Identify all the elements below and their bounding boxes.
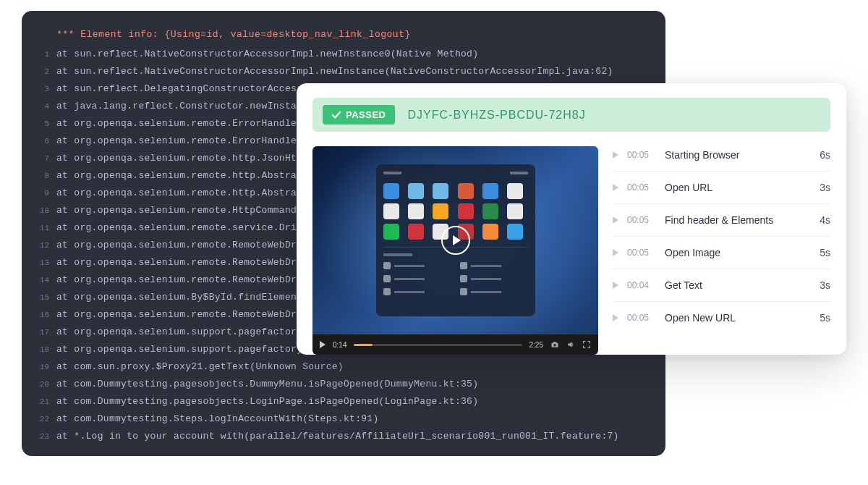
app-tile-icon: [458, 183, 474, 199]
play-control-icon[interactable]: [320, 341, 326, 348]
line-number: 21: [36, 393, 56, 410]
test-step-row[interactable]: 00:05 Open Image 5s: [613, 247, 830, 269]
stacktrace-line: 2at sun.reflect.NativeConstructorAccesso…: [36, 63, 651, 80]
line-number: 2: [36, 63, 56, 80]
step-timestamp: 00:05: [627, 182, 656, 193]
app-tile-icon: [383, 183, 399, 199]
line-number: 23: [36, 428, 56, 445]
line-number: 6: [36, 132, 56, 150]
line-number: 4: [36, 98, 56, 115]
line-number: 3: [36, 80, 56, 98]
app-tile-icon: [507, 203, 523, 219]
app-tile-icon: [458, 203, 474, 219]
test-steps-list: 00:05 Starting Browser 6s 00:05 Open URL…: [613, 146, 830, 355]
play-step-icon[interactable]: [613, 216, 618, 224]
step-timestamp: 00:05: [627, 313, 656, 323]
element-info-line: *** Element info: {Using=id, value=deskt…: [56, 29, 651, 40]
stacktrace-text: at *.Log in to your account with(paralle…: [56, 428, 619, 445]
svg-rect-2: [553, 342, 557, 343]
line-number: 11: [36, 219, 56, 237]
step-timestamp: 00:04: [627, 280, 656, 290]
line-number: 18: [36, 341, 56, 358]
app-tile-icon: [482, 203, 498, 219]
camera-icon[interactable]: [550, 340, 559, 349]
play-step-icon[interactable]: [613, 249, 618, 256]
line-number: 1: [36, 46, 56, 63]
app-tile-icon: [507, 183, 523, 199]
app-tile-icon: [433, 183, 448, 199]
stacktrace-text: at com.Dummytesting.pagesobjects.LoginPa…: [56, 393, 478, 410]
step-duration: 3s: [820, 182, 830, 193]
stacktrace-line: 19at com.sun.proxy.$Proxy21.getText(Unkn…: [36, 358, 651, 376]
status-label: PASSED: [346, 109, 386, 120]
step-name: Open New URL: [665, 312, 811, 324]
app-tile-icon: [408, 203, 424, 219]
stacktrace-line: 21at com.Dummytesting.pagesobjects.Login…: [36, 393, 651, 410]
step-timestamp: 00:05: [627, 248, 656, 258]
line-number: 20: [36, 376, 56, 393]
line-number: 9: [36, 185, 56, 202]
stacktrace-line: 22at com.Dummytesting.Steps.logInAccount…: [36, 410, 651, 428]
step-name: Starting Browser: [665, 149, 811, 161]
test-step-row[interactable]: 00:05 Open URL 3s: [613, 182, 830, 204]
stacktrace-text: at com.Dummytesting.pagesobjects.DummyMe…: [56, 376, 478, 393]
app-tile-icon: [408, 224, 424, 240]
line-number: 12: [36, 237, 56, 254]
stacktrace-line: 1at sun.reflect.NativeConstructorAccesso…: [36, 46, 651, 63]
step-duration: 5s: [820, 247, 830, 258]
line-number: 22: [36, 410, 56, 428]
stacktrace-line: 23at *.Log in to your account with(paral…: [36, 428, 651, 445]
step-duration: 3s: [820, 279, 830, 291]
test-step-row[interactable]: 00:05 Open New URL 5s: [613, 312, 830, 335]
video-duration: 2:25: [529, 341, 543, 349]
video-controls[interactable]: 0:14 2:25: [312, 334, 598, 355]
step-duration: 6s: [820, 149, 830, 161]
app-tile-icon: [408, 183, 424, 199]
step-name: Open URL: [665, 182, 811, 193]
stacktrace-text: at com.Dummytesting.Steps.logInAccountWi…: [56, 410, 379, 428]
play-step-icon[interactable]: [613, 184, 618, 191]
app-tile-icon: [482, 183, 498, 199]
line-number: 10: [36, 202, 56, 219]
play-step-icon[interactable]: [613, 314, 618, 321]
status-badge-passed: PASSED: [323, 105, 395, 125]
test-step-row[interactable]: 00:04 Get Text 3s: [613, 279, 830, 302]
svg-point-1: [553, 344, 556, 346]
play-icon[interactable]: [441, 226, 470, 255]
status-bar: PASSED DJYFC-BYHZS-PBCDU-72H8J: [312, 98, 830, 132]
line-number: 15: [36, 289, 56, 306]
line-number: 13: [36, 254, 56, 271]
play-step-icon[interactable]: [613, 282, 618, 289]
app-tile-icon: [383, 224, 399, 240]
stacktrace-text: at sun.reflect.NativeConstructorAccessor…: [56, 63, 613, 80]
line-number: 17: [36, 324, 56, 341]
video-frame: [312, 146, 598, 334]
app-tile-icon: [507, 224, 523, 240]
video-progress-bar[interactable]: [354, 344, 522, 346]
test-step-row[interactable]: 00:05 Starting Browser 6s: [613, 149, 830, 172]
step-name: Open Image: [665, 247, 811, 258]
stacktrace-text: at sun.reflect.NativeConstructorAccessor…: [56, 46, 478, 63]
result-body: 0:14 2:25 00:05 Starting Browser 6s 00:0…: [312, 146, 830, 355]
step-name: Get Text: [665, 279, 811, 291]
line-number: 7: [36, 150, 56, 167]
stacktrace-line: 20at com.Dummytesting.pagesobjects.Dummy…: [36, 376, 651, 393]
line-number: 14: [36, 271, 56, 289]
test-result-card: PASSED DJYFC-BYHZS-PBCDU-72H8J: [297, 83, 846, 355]
step-name: Find header & Elements: [665, 214, 811, 226]
step-timestamp: 00:05: [627, 215, 656, 225]
app-tile-icon: [383, 203, 399, 219]
check-icon: [331, 110, 341, 120]
step-timestamp: 00:05: [627, 150, 656, 160]
volume-icon[interactable]: [566, 340, 575, 349]
video-current-time: 0:14: [333, 341, 346, 349]
play-step-icon[interactable]: [613, 151, 618, 159]
app-tile-icon: [433, 203, 448, 219]
line-number: 8: [36, 167, 56, 185]
line-number: 5: [36, 115, 56, 132]
fullscreen-icon[interactable]: [582, 340, 591, 349]
test-step-row[interactable]: 00:05 Find header & Elements 4s: [613, 214, 830, 237]
step-duration: 4s: [820, 214, 830, 226]
video-player[interactable]: 0:14 2:25: [312, 146, 598, 355]
line-number: 16: [36, 306, 56, 324]
